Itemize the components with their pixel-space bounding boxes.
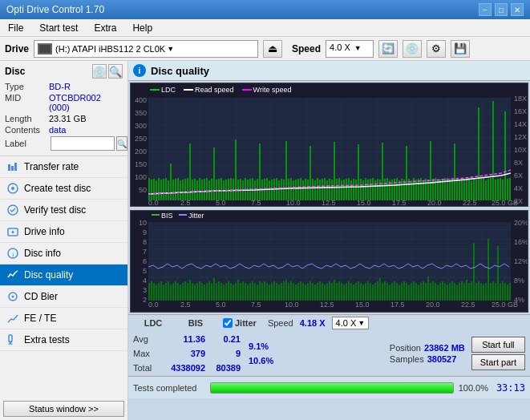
sidebar-item-transfer-rate[interactable]: Transfer rate [0, 156, 127, 178]
svg-rect-313 [346, 283, 347, 301]
svg-rect-351 [437, 285, 439, 301]
settings-button[interactable]: ⚙ [427, 40, 446, 58]
svg-rect-12 [9, 335, 12, 341]
svg-rect-284 [276, 283, 277, 301]
svg-rect-2 [14, 163, 17, 171]
disc-info-icon: i [6, 247, 19, 260]
svg-point-7 [12, 231, 14, 233]
cd-bier-icon [6, 290, 19, 303]
svg-rect-61 [184, 179, 186, 200]
svg-text:2.5: 2.5 [180, 301, 191, 309]
svg-text:6: 6 [143, 257, 147, 265]
svg-text:14X: 14X [514, 120, 527, 128]
max-label: Max [133, 349, 162, 358]
svg-rect-275 [254, 283, 256, 301]
svg-rect-328 [382, 283, 383, 301]
svg-rect-268 [237, 280, 239, 301]
svg-rect-359 [456, 285, 458, 301]
disc-icon-2[interactable]: 🔍 [108, 64, 123, 79]
jitter-checkbox[interactable] [223, 318, 233, 328]
svg-rect-127 [343, 180, 345, 200]
svg-rect-188 [490, 178, 492, 200]
drive-info-label: Drive info [24, 226, 65, 237]
label-search-button[interactable]: 🔍 [116, 136, 127, 151]
sidebar: Disc 💿 🔍 Type BD-R MID OTCBDR002 (000) L… [0, 61, 128, 420]
sidebar-item-cd-bier[interactable]: CD Bier [0, 286, 127, 308]
svg-rect-68 [201, 180, 203, 200]
status-window-button[interactable]: Status window >> [3, 401, 124, 417]
svg-rect-380 [507, 285, 508, 301]
save-button[interactable]: 💾 [451, 40, 470, 58]
top-chart-svg: 400 350 300 250 200 150 100 50 18X 16X 1… [131, 83, 528, 208]
svg-text:10X: 10X [514, 146, 527, 154]
menu-help[interactable]: Help [127, 21, 157, 35]
svg-rect-298 [310, 281, 311, 301]
sidebar-item-disc-quality[interactable]: Disc quality [0, 265, 127, 286]
start-part-button[interactable]: Start part [471, 354, 525, 370]
svg-rect-148 [394, 179, 395, 200]
svg-rect-145 [386, 178, 388, 200]
drive-select[interactable]: (H:) ATAPI iHBS112 2 CL0K ▼ [34, 40, 258, 58]
progress-percent: 100.0% [459, 383, 488, 393]
disc-icon-1[interactable]: 💿 [92, 64, 107, 79]
svg-rect-128 [346, 179, 347, 200]
sidebar-item-create-test-disc[interactable]: Create test disc [0, 178, 127, 200]
speed-stat-select[interactable]: 4.0 X ▼ [332, 317, 370, 329]
window-controls[interactable]: − □ ✕ [479, 3, 524, 16]
sidebar-item-fe-te[interactable]: FE / TE [0, 308, 127, 329]
svg-text:6X: 6X [514, 172, 523, 180]
speed-select[interactable]: 4.0 X ▼ [326, 40, 374, 58]
sidebar-item-extra-tests[interactable]: Extra tests [0, 329, 127, 351]
total-bis: 80389 [208, 363, 241, 373]
svg-rect-341 [413, 281, 415, 301]
maximize-button[interactable]: □ [495, 3, 508, 16]
disc-button[interactable]: 💿 [403, 40, 422, 58]
svg-rect-277 [259, 281, 261, 301]
sidebar-item-disc-info[interactable]: i Disc info [0, 243, 127, 265]
svg-rect-102 [283, 180, 285, 200]
svg-rect-132 [355, 180, 357, 200]
sidebar-item-verify-test-disc[interactable]: Verify test disc [0, 200, 127, 221]
svg-rect-326 [377, 281, 378, 301]
svg-rect-283 [273, 281, 275, 301]
svg-text:12.5: 12.5 [322, 199, 336, 207]
svg-rect-125 [338, 178, 340, 200]
menu-start-test[interactable]: Start test [34, 21, 83, 35]
label-input[interactable] [51, 136, 115, 151]
max-bis: 9 [208, 349, 241, 358]
svg-rect-289 [288, 283, 289, 301]
menu-extra[interactable]: Extra [89, 21, 121, 35]
extra-tests-icon [6, 333, 19, 346]
svg-rect-270 [242, 281, 244, 301]
refresh-button[interactable]: 🔄 [378, 40, 398, 58]
svg-rect-264 [228, 281, 229, 301]
bottom-chart: BIS Jitter 10 9 8 7 6 5 4 3 2 20% 16% 12… [130, 210, 528, 313]
svg-rect-266 [233, 285, 234, 301]
svg-rect-364 [468, 283, 470, 301]
svg-rect-349 [432, 281, 434, 301]
svg-rect-82 [235, 139, 237, 200]
svg-rect-69 [204, 179, 205, 200]
svg-rect-126 [341, 180, 342, 200]
svg-rect-373 [490, 283, 492, 301]
svg-rect-239 [168, 281, 169, 301]
close-button[interactable]: ✕ [511, 3, 524, 16]
svg-rect-265 [230, 283, 232, 301]
svg-rect-0 [8, 164, 10, 171]
start-full-button[interactable]: Start full [471, 337, 525, 353]
svg-rect-334 [396, 283, 398, 301]
menu-file[interactable]: File [3, 21, 28, 35]
svg-rect-72 [211, 179, 212, 200]
svg-rect-101 [281, 179, 282, 200]
sidebar-item-drive-info[interactable]: Drive info [0, 221, 127, 243]
minimize-button[interactable]: − [479, 3, 492, 16]
svg-rect-236 [160, 281, 162, 301]
svg-rect-344 [420, 283, 422, 301]
svg-rect-140 [374, 180, 376, 200]
eject-button[interactable]: ⏏ [263, 40, 282, 58]
svg-rect-299 [312, 283, 314, 301]
svg-rect-245 [182, 283, 184, 301]
svg-rect-115 [314, 180, 316, 200]
speed-stat-label: Speed [268, 318, 293, 328]
svg-rect-292 [295, 285, 297, 301]
